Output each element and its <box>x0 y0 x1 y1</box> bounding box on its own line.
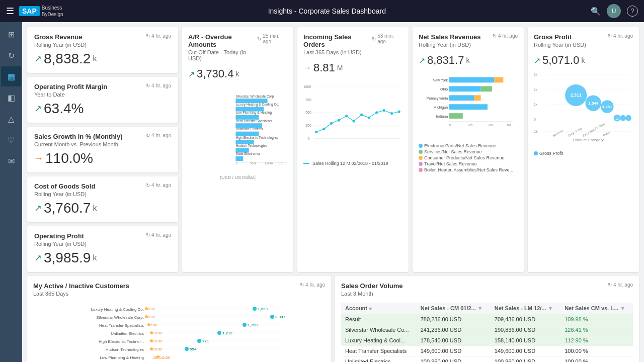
gp-trend-icon: ↗ <box>534 56 540 65</box>
page-title: Insights - Corporate Sales Dashboard <box>268 7 386 15</box>
row-account: Silverstar Wholesale Co... <box>341 325 417 335</box>
gp-title: Gross Profit <box>534 33 586 41</box>
sidebar-item-home[interactable]: ⊞ <box>1 24 21 44</box>
op-header: Operating Profit Rolling Year (in USD) ↻… <box>34 232 171 247</box>
col-lm[interactable]: Net Sales - LM 12/... ▼ <box>491 303 560 314</box>
cogs-title: Cost of Goods Sold <box>34 183 95 190</box>
ns-subtitle: Rolling Year (in USD) <box>419 42 481 48</box>
avatar[interactable]: U <box>607 4 621 18</box>
ar-refresh: ↻25 min. ago <box>257 33 287 44</box>
svg-text:Cargo Parts: Cargo Parts <box>567 127 582 137</box>
col-account[interactable]: Account ● <box>341 303 417 314</box>
help-icon[interactable]: ? <box>627 6 638 17</box>
svg-text:Ohio: Ohio <box>440 87 448 92</box>
svg-text:Unlimited Electrics: Unlimited Electrics <box>111 331 144 336</box>
svg-rect-56 <box>449 113 463 119</box>
row-vs: 100.00 % <box>560 356 633 363</box>
row-lm: 158,140.00 USD <box>491 335 560 346</box>
svg-rect-54 <box>449 104 488 110</box>
svg-text:Hudson Technologies: Hudson Technologies <box>106 347 144 352</box>
sg-header: Sales Growth in % (Monthly) Current Mont… <box>34 133 171 147</box>
gp-bubble-chart: 3k 2k 1k 0 -1k 2,311 1,544 1,251 12 <box>534 69 633 149</box>
is-title: Incoming Sales Orders <box>303 33 372 48</box>
sidebar-item-refresh[interactable]: ↻ <box>1 45 21 65</box>
row-vs: 126.41 % <box>560 325 633 335</box>
net-sales-card: Net Sales Revenues Rolling Year (in USD)… <box>413 27 524 272</box>
opm-header: Operating Profit Margin Year to Date ↻4 … <box>34 83 171 98</box>
sov-header: Sales Order Volume Last 3 Month ↻4 hr. a… <box>341 282 633 301</box>
sg-title: Sales Growth in % (Monthly) <box>34 133 123 140</box>
sov-refresh: ↻4 hr. ago <box>608 282 633 288</box>
ar-value-row: ↗ 3,730.4k <box>188 67 287 80</box>
svg-rect-15 <box>235 156 243 161</box>
svg-text:1k: 1k <box>534 103 538 106</box>
svg-text:Travel: Travel <box>602 131 610 137</box>
trend-up-icon: ↗ <box>34 203 42 214</box>
table-row: Result 780,236.00 USD 709,436.00 USD 109… <box>341 314 633 325</box>
svg-text:0: 0 <box>235 162 237 165</box>
gp-legend: Gross Profit <box>534 151 633 156</box>
sidebar-item-favorites[interactable]: ♡ <box>1 130 21 150</box>
row-cm: 780,236.00 USD <box>417 314 491 325</box>
svg-text:3k: 3k <box>534 73 538 76</box>
svg-point-37 <box>360 114 363 116</box>
sidebar-item-layout[interactable]: ◧ <box>1 87 21 108</box>
row-lm: 100,960.00 USD <box>491 356 560 363</box>
svg-rect-45 <box>449 77 495 83</box>
svg-text:25: 25 <box>153 356 157 359</box>
svg-text:1 5...: 1 5... <box>278 162 285 165</box>
opm-value: ↗ 63.4% <box>34 101 171 117</box>
operating-profit-card: Operating Profit Rolling Year (in USD) ↻… <box>27 226 178 272</box>
svg-text:2M: 2M <box>489 123 493 126</box>
sap-logo: SAP BusinessByDesign <box>19 5 63 18</box>
gross-revenue-subtitle: Rolling Year (in USD) <box>34 42 87 48</box>
svg-text:500k: 500k <box>250 162 257 165</box>
row-account: Result <box>341 314 417 325</box>
customers-header: My Active / Inactive Customers Last 365 … <box>33 282 325 301</box>
is-subtitle: Last 365 Days (in USD) <box>303 49 372 55</box>
cogs-card: Cost of Goods Sold Rolling Year (in USD)… <box>27 176 178 222</box>
svg-text:1 000k: 1 000k <box>265 162 273 165</box>
operating-profit-margin-card: Operating Profit Margin Year to Date ↻4 … <box>27 77 178 123</box>
svg-text:142.00: 142.00 <box>159 356 170 359</box>
svg-rect-46 <box>494 77 503 83</box>
gross-revenue-title: Gross Revenue <box>34 33 87 41</box>
gross-profit-card: Gross Profit Rolling Year (in USD) ↻4 hr… <box>528 27 639 272</box>
svg-text:2k: 2k <box>534 88 538 92</box>
is-line-chart: 1000 750 500 250 0 <box>303 76 403 159</box>
svg-text:554: 554 <box>190 347 197 351</box>
svg-text:0: 0 <box>449 123 451 126</box>
svg-text:Product Category: Product Category <box>573 138 604 142</box>
svg-text:7.00: 7.00 <box>150 323 157 327</box>
svg-text:Michigan: Michigan <box>434 106 448 110</box>
ns-title: Net Sales Revenues <box>419 33 481 41</box>
row-cm: 149,600.00 USD <box>417 346 491 356</box>
ar-overdue-card: A/R - Overdue Amounts Cut Off Date - Tod… <box>182 27 293 272</box>
col-cm[interactable]: Net Sales - CM 01/2... ▼ <box>417 303 491 314</box>
svg-text:Low Plumbing & Heating: Low Plumbing & Heating <box>100 355 144 360</box>
sidebar: ⊞ ↻ ▦ ◧ △ ♡ ✉ <box>0 22 22 362</box>
search-icon[interactable]: 🔍 <box>591 7 601 16</box>
sales-growth-card: Sales Growth in % (Monthly) Current Mont… <box>27 127 178 172</box>
hamburger-icon[interactable]: ☰ <box>6 6 14 17</box>
is-value-row: → 8.81M <box>303 61 403 74</box>
svg-point-131 <box>243 323 247 327</box>
sidebar-item-messages[interactable]: ✉ <box>1 151 21 171</box>
svg-text:Luxury Heating & Cooling Co.: Luxury Heating & Cooling Co. <box>91 307 144 312</box>
svg-point-40 <box>383 109 385 112</box>
svg-text:10.00: 10.00 <box>153 347 162 351</box>
is-refresh: ↻53 min. ago <box>372 33 403 44</box>
svg-text:500: 500 <box>305 111 311 114</box>
ns-value-row: ↗ 8,831.7k <box>419 54 518 67</box>
sov-title: Sales Order Volume <box>341 282 403 290</box>
sidebar-item-alerts[interactable]: △ <box>1 109 21 129</box>
svg-text:0: 0 <box>308 137 310 140</box>
svg-text:3M: 3M <box>507 123 511 126</box>
svg-text:1,212: 1,212 <box>222 331 233 335</box>
svg-point-41 <box>390 112 393 115</box>
col-vs[interactable]: Net Sales CM vs. L... ▼ <box>560 303 633 314</box>
svg-point-127 <box>253 307 257 311</box>
sidebar-item-dashboard[interactable]: ▦ <box>1 66 21 86</box>
svg-point-133 <box>217 331 221 335</box>
bottom-row: My Active / Inactive Customers Last 365 … <box>27 276 639 362</box>
